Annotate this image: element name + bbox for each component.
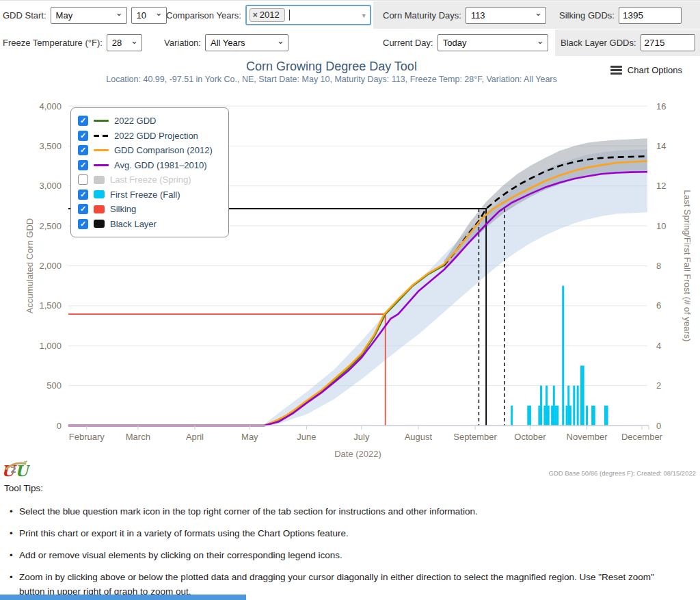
freeze-temp-select[interactable]: 28 ⌄ — [107, 34, 142, 51]
x-tick-label: July — [353, 432, 370, 442]
legend-label: 2022 GDD — [114, 116, 156, 126]
tool-tip-item: Add or remove visual elements by clickin… — [19, 548, 669, 562]
y-right-tick-label: 0 — [656, 421, 661, 431]
legend-symbol — [94, 220, 105, 228]
y-right-tick-label: 8 — [656, 261, 661, 271]
corn-maturity-label: Corn Maturity Days: — [383, 10, 461, 21]
black-layer-group: Black Layer GDDs: — [561, 29, 695, 56]
legend-symbol — [94, 176, 105, 184]
checkbox-checked-icon[interactable]: ✓ — [78, 131, 88, 141]
chevron-down-icon: ⌄ — [277, 38, 284, 44]
y-right-tick-label: 16 — [656, 101, 666, 112]
x-tick-label: October — [514, 432, 546, 442]
comparison-token[interactable]: × 2012 — [250, 8, 285, 22]
checkbox-checked-icon[interactable]: ✓ — [78, 145, 88, 155]
legend-label: GDD Comparison (2012) — [114, 145, 213, 155]
checkbox-checked-icon[interactable]: ✓ — [78, 219, 88, 229]
legend-item-black-layer[interactable]: ✓Black Layer — [78, 217, 228, 232]
comparison-years-input[interactable]: × 2012 ▾ — [245, 5, 371, 25]
legend-symbol — [94, 190, 105, 198]
chevron-down-icon: ⌄ — [116, 10, 123, 16]
legend-symbol — [94, 205, 105, 213]
gdd-start-day-value: 10 — [137, 10, 146, 21]
gdd-start-day-select[interactable]: 10 ⌄ — [131, 7, 167, 24]
first-freeze-bar — [606, 406, 608, 426]
u2u-logo: U 2 U — [1, 458, 30, 480]
token-remove-icon[interactable]: × — [253, 10, 258, 20]
y-left-tick-label: 1,500 — [39, 300, 62, 311]
first-freeze-bar — [566, 406, 568, 426]
checkbox-checked-icon[interactable]: ✓ — [78, 204, 88, 214]
y-right-tick-label: 12 — [656, 181, 666, 191]
corn-gdd-tool-page: GDD Start: May ⌄ 10 ⌄ Comparison Years: … — [0, 0, 700, 600]
tool-tips-list: Select the blue question mark icon in th… — [4, 504, 681, 599]
y-left-tick-label: 1,000 — [39, 341, 62, 351]
x-tick-label: December — [621, 432, 663, 442]
legend-symbol — [94, 120, 109, 122]
corn-maturity-value: 113 — [471, 10, 485, 21]
checkbox-unchecked-icon[interactable] — [78, 174, 88, 185]
y-right-tick-label: 2 — [656, 380, 661, 391]
first-freeze-bar — [548, 406, 550, 426]
current-day-label: Current Day: — [383, 38, 433, 48]
legend-label: First Freeze (Fall) — [110, 190, 180, 200]
x-axis-title: Date (2022) — [334, 449, 381, 459]
chevron-down-icon: ⌄ — [155, 10, 163, 16]
y-left-axis-title: Accumulated Corn GDD — [25, 218, 35, 313]
dropdown-arrow-icon[interactable]: ▾ — [362, 12, 366, 19]
chart-legend: ✓2022 GDD✓2022 GDD Projection✓GDD Compar… — [70, 107, 229, 237]
y-right-tick-label: 10 — [656, 221, 666, 231]
toolbar-row-2: Freeze Temperature (°F): 28 ⌄ Variation:… — [0, 29, 700, 56]
chart-area: Corn Growing Degree Day Tool Location: 4… — [0, 57, 700, 483]
checkbox-checked-icon[interactable]: ✓ — [78, 190, 88, 200]
y-left-tick-label: 0 — [57, 421, 62, 431]
first-freeze-bar — [562, 286, 564, 426]
first-freeze-bar — [577, 386, 579, 426]
first-freeze-bar — [604, 406, 606, 426]
first-freeze-bar — [538, 406, 540, 426]
first-freeze-bar — [591, 406, 593, 426]
black-layer-gdds-input[interactable] — [641, 34, 695, 51]
legend-item-silking[interactable]: ✓Silking — [78, 202, 228, 217]
silking-gdds-input[interactable] — [619, 7, 682, 24]
y-left-tick-label: 3,500 — [39, 141, 62, 151]
silking-gdds-group: Silking GDDs: — [559, 1, 682, 29]
chevron-down-icon: ⌄ — [537, 38, 544, 44]
first-freeze-bar — [580, 365, 582, 426]
checkbox-checked-icon[interactable]: ✓ — [78, 160, 88, 170]
y-right-tick-label: 6 — [656, 300, 661, 311]
legend-item-gdd-comparison-2012[interactable]: ✓GDD Comparison (2012) — [78, 143, 228, 158]
bottom-accent-bar — [0, 595, 246, 600]
current-day-group: Current Day: Today ⌄ — [383, 29, 548, 56]
legend-label: Black Layer — [110, 219, 157, 229]
variation-label: Variation: — [164, 38, 201, 48]
legend-label: 2022 GDD Projection — [114, 131, 198, 141]
variation-band — [265, 149, 647, 426]
current-day-select[interactable]: Today ⌄ — [438, 34, 548, 51]
legend-item-first-freeze-fall[interactable]: ✓First Freeze (Fall) — [78, 187, 228, 203]
legend-item-last-freeze-spring[interactable]: Last Freeze (Spring) — [78, 172, 228, 187]
first-freeze-bar — [554, 406, 556, 426]
first-freeze-bar — [573, 386, 575, 426]
tool-tips-section: Tool Tips: Select the blue question mark… — [4, 483, 681, 600]
corn-maturity-select[interactable]: 113 ⌄ — [466, 7, 546, 24]
first-freeze-bar — [556, 406, 558, 426]
legend-item-2022-gdd-projection[interactable]: ✓2022 GDD Projection — [78, 129, 228, 144]
black-layer-label: Black Layer GDDs: — [561, 38, 636, 48]
gdd-start-month-select[interactable]: May ⌄ — [51, 7, 127, 24]
variation-value: All Years — [211, 38, 245, 48]
checkbox-checked-icon[interactable]: ✓ — [78, 116, 88, 126]
tool-tip-item: Select the blue question mark icon in th… — [19, 504, 669, 519]
first-freeze-bar — [551, 406, 553, 426]
chart-credit: GDD Base 50/86 (degrees F); Created: 08/… — [549, 469, 696, 477]
y-left-tick-label: 2,000 — [39, 261, 62, 271]
legend-item-2022-gdd[interactable]: ✓2022 GDD — [78, 114, 228, 129]
variation-select[interactable]: All Years ⌄ — [205, 34, 288, 51]
gdd-start-label: GDD Start: — [3, 10, 46, 21]
y-right-tick-label: 4 — [656, 341, 661, 351]
freeze-temp-group: Freeze Temperature (°F): 28 ⌄ — [3, 29, 142, 56]
gdd-start-group: GDD Start: May ⌄ 10 ⌄ — [3, 1, 167, 29]
legend-label: Avg. GDD (1981–2010) — [114, 160, 207, 170]
legend-item-avg-gdd-1981-2010[interactable]: ✓Avg. GDD (1981–2010) — [78, 158, 228, 173]
legend-symbol — [94, 164, 109, 166]
